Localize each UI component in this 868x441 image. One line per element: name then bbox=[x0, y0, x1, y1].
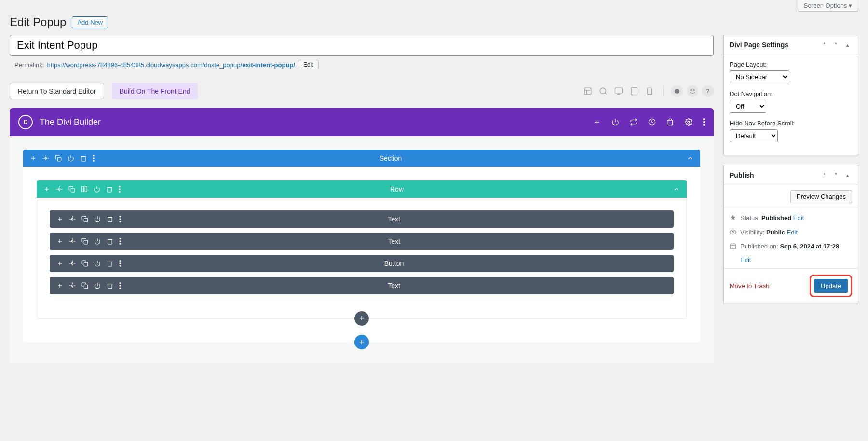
history-icon[interactable] bbox=[648, 118, 656, 126]
svg-point-72 bbox=[732, 231, 734, 233]
eye-icon bbox=[730, 229, 736, 235]
power-icon[interactable] bbox=[611, 118, 619, 126]
module-add-icon[interactable] bbox=[56, 216, 63, 222]
divi-page-settings-box: Divi Page Settings ˄ ˅ ▴ Page Layout: No… bbox=[723, 35, 858, 155]
publish-box: Publish ˄ ˅ ▴ Preview Changes Status: Pu… bbox=[723, 165, 858, 303]
screen-options-label: Screen Options bbox=[804, 2, 847, 9]
module-gear-icon[interactable] bbox=[69, 216, 76, 222]
gear-icon[interactable] bbox=[685, 118, 692, 126]
svg-point-12 bbox=[675, 89, 679, 94]
section-collapse-icon[interactable] bbox=[687, 155, 693, 162]
section-add-icon[interactable] bbox=[30, 155, 37, 162]
return-standard-editor-button[interactable]: Return To Standard Editor bbox=[10, 83, 104, 99]
svg-rect-34 bbox=[82, 187, 84, 192]
caret-up-icon[interactable]: ▴ bbox=[842, 40, 852, 50]
module-copy-icon[interactable] bbox=[81, 282, 88, 289]
chevron-down-icon[interactable]: ˅ bbox=[831, 170, 841, 180]
row-collapse-icon[interactable] bbox=[673, 186, 680, 193]
row-gear-icon[interactable] bbox=[56, 186, 63, 193]
permalink-edit-button[interactable]: Edit bbox=[298, 60, 319, 69]
module-trash-icon[interactable] bbox=[107, 238, 113, 245]
transfer-icon[interactable] bbox=[630, 118, 637, 126]
section-copy-icon[interactable] bbox=[55, 155, 62, 162]
svg-rect-5 bbox=[615, 88, 623, 93]
zoom-icon[interactable] bbox=[597, 85, 609, 97]
module-gear-icon[interactable] bbox=[69, 238, 76, 245]
svg-marker-13 bbox=[690, 89, 695, 91]
trash-icon[interactable] bbox=[666, 118, 674, 126]
preview-changes-button[interactable]: Preview Changes bbox=[790, 190, 852, 203]
phone-icon[interactable] bbox=[644, 85, 655, 97]
move-to-trash-link[interactable]: Move to Trash bbox=[730, 282, 769, 289]
row-columns-icon[interactable] bbox=[81, 186, 88, 193]
add-section-button[interactable]: + bbox=[354, 335, 369, 349]
status-edit-link[interactable]: Edit bbox=[793, 214, 804, 221]
section-power-icon[interactable] bbox=[68, 155, 74, 162]
page-title: Edit Popup bbox=[10, 15, 66, 29]
add-new-button[interactable]: Add New bbox=[72, 16, 108, 28]
caret-up-icon[interactable]: ▴ bbox=[842, 170, 852, 180]
pin-icon bbox=[730, 214, 736, 221]
module-add-icon[interactable] bbox=[56, 282, 63, 289]
help-icon[interactable]: ? bbox=[702, 85, 714, 97]
desktop-icon[interactable] bbox=[613, 85, 624, 97]
row-add-icon[interactable] bbox=[43, 186, 50, 193]
module-add-icon[interactable] bbox=[56, 260, 63, 267]
row-trash-icon[interactable] bbox=[106, 186, 113, 193]
module-power-icon[interactable] bbox=[94, 216, 101, 222]
module-bar: Text bbox=[50, 210, 674, 228]
module-label: Text bbox=[121, 282, 667, 289]
visibility-edit-link[interactable]: Edit bbox=[787, 229, 798, 236]
chevron-up-icon[interactable]: ˄ bbox=[819, 40, 829, 50]
svg-point-21 bbox=[703, 124, 705, 126]
add-module-button[interactable]: + bbox=[354, 311, 369, 326]
module-label: Text bbox=[121, 215, 667, 223]
svg-point-18 bbox=[688, 121, 690, 123]
module-label: Button bbox=[121, 260, 667, 267]
toolbar-divider bbox=[663, 85, 664, 97]
module-gear-icon[interactable] bbox=[69, 260, 76, 267]
module-gear-icon[interactable] bbox=[69, 282, 76, 289]
module-trash-icon[interactable] bbox=[107, 282, 113, 289]
module-trash-icon[interactable] bbox=[107, 260, 113, 267]
post-title-input[interactable] bbox=[10, 35, 714, 56]
date-edit-link[interactable]: Edit bbox=[740, 256, 751, 263]
module-bar: Text bbox=[50, 233, 674, 250]
row-bar: Row bbox=[37, 180, 687, 198]
stack-icon[interactable] bbox=[687, 85, 698, 97]
permalink-link[interactable]: https://wordpress-784896-4854385.cloudwa… bbox=[47, 61, 295, 69]
chevron-down-icon[interactable]: ˅ bbox=[831, 40, 841, 50]
module-copy-icon[interactable] bbox=[81, 238, 88, 245]
module-trash-icon[interactable] bbox=[107, 216, 113, 222]
screen-options-button[interactable]: Screen Options ▾ bbox=[798, 0, 858, 12]
section-gear-icon[interactable] bbox=[42, 155, 49, 162]
chevron-up-icon[interactable]: ˄ bbox=[819, 170, 829, 180]
section-label: Section bbox=[95, 154, 687, 162]
more-icon[interactable] bbox=[703, 118, 705, 126]
row-copy-icon[interactable] bbox=[68, 186, 75, 193]
update-button[interactable]: Update bbox=[814, 279, 848, 293]
module-power-icon[interactable] bbox=[94, 282, 101, 289]
svg-rect-25 bbox=[57, 157, 61, 161]
module-copy-icon[interactable] bbox=[81, 260, 88, 267]
layers-icon[interactable] bbox=[671, 85, 683, 97]
tablet-icon[interactable] bbox=[628, 85, 640, 97]
module-label: Text bbox=[121, 237, 667, 245]
build-front-end-button[interactable]: Build On The Front End bbox=[112, 83, 198, 99]
dot-nav-select[interactable]: Off bbox=[730, 100, 766, 113]
module-add-icon[interactable] bbox=[56, 238, 63, 245]
module-power-icon[interactable] bbox=[94, 260, 101, 267]
svg-point-19 bbox=[703, 118, 705, 120]
module-bar: Button bbox=[50, 255, 674, 272]
svg-rect-59 bbox=[84, 262, 88, 266]
svg-rect-73 bbox=[731, 244, 736, 248]
module-copy-icon[interactable] bbox=[81, 216, 88, 222]
svg-point-3 bbox=[600, 88, 606, 94]
section-trash-icon[interactable] bbox=[80, 155, 87, 162]
add-icon[interactable] bbox=[593, 118, 601, 126]
page-layout-select[interactable]: No Sidebar bbox=[730, 70, 789, 83]
hide-nav-select[interactable]: Default bbox=[730, 129, 778, 142]
wireframe-icon[interactable] bbox=[582, 85, 594, 97]
module-power-icon[interactable] bbox=[94, 238, 101, 245]
row-power-icon[interactable] bbox=[94, 186, 100, 193]
